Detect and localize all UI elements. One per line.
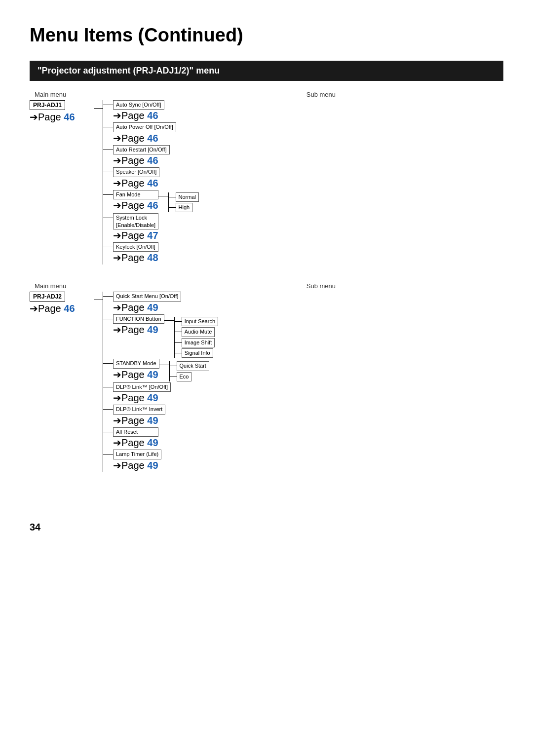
function-subsub-wrapper: Input Search Audio Mute: [174, 317, 218, 358]
subsub-hconn-4: [158, 196, 168, 196]
prj-adj2-row-1: FUNCTION Button ➔Page 49: [103, 314, 218, 358]
prj-adj2-diagram: PRJ-ADJ2 ➔Page 46 Quick Start Menu [On: [30, 292, 503, 472]
sub-content-2: Auto Restart [On/Off] ➔Page 46: [113, 145, 170, 166]
ref2-line-3: ➔Page 49: [113, 392, 171, 404]
prj-adj1-row-1: Auto Power Off [On/Off] ➔Page 46: [103, 122, 199, 144]
prj-adj1-labels: Main menu Sub menu: [30, 91, 503, 98]
sub-menu-label-2: Sub menu: [306, 282, 336, 290]
sub2-content-1: FUNCTION Button ➔Page 49: [113, 314, 218, 358]
item2-label-1: FUNCTION Button: [113, 314, 164, 324]
sub-content-6: Keylock [On/Off] ➔Page 48: [113, 242, 158, 264]
prj-adj2-main-page-ref: ➔Page 46: [30, 302, 75, 314]
hconn-1: [103, 127, 113, 127]
standby-subsub-wrapper: Quick Start Eco: [169, 361, 209, 381]
prj-adj2-rows: Quick Start Menu [On/Off] ➔Page 49 FUNCT…: [103, 292, 218, 472]
item2-label-3: DLP® Link™ [On/Off]: [113, 382, 171, 392]
hconn-6: [103, 247, 113, 247]
hconn-0: [103, 105, 113, 105]
ref-line-0: ➔Page 46: [113, 110, 164, 121]
arrow-icon-1: ➔: [30, 112, 38, 122]
prj-adj1-page-num: 46: [64, 112, 75, 122]
prj-adj2-row-4: DLP® Link™ Invert ➔Page 49: [103, 405, 218, 426]
hconn2-1: [103, 319, 113, 319]
prj-adj1-row-6: Keylock [On/Off] ➔Page 48: [103, 242, 199, 264]
page-footer: 34: [30, 492, 503, 533]
prj-adj1-main-page-ref: ➔Page 46: [30, 111, 75, 123]
sub2-content-0: Quick Start Menu [On/Off] ➔Page 49: [113, 292, 181, 313]
footer-page-number: 34: [30, 522, 40, 532]
item2-label-2: STANDBY Mode: [113, 359, 159, 368]
subsub-row-audio-mute: Audio Mute: [175, 327, 218, 337]
prj-adj2-row-6: Lamp Timer (Life) ➔Page 49: [103, 450, 218, 471]
item-label-3: Speaker [On/Off]: [113, 167, 159, 177]
sub2-content-3: DLP® Link™ [On/Off] ➔Page 49: [113, 382, 171, 404]
function-btn-left: FUNCTION Button ➔Page 49: [113, 314, 164, 336]
subsub-row-quick-start: Quick Start: [170, 361, 209, 371]
section-header: "Projector adjustment (PRJ-ADJ1/2)" menu: [30, 61, 503, 81]
item2-label-6: Lamp Timer (Life): [113, 450, 161, 459]
prj-adj1-row-0: Auto Sync [On/Off] ➔Page 46: [103, 100, 199, 121]
main-menu-label-1: Main menu: [35, 91, 66, 98]
prj-adj1-block: Main menu Sub menu PRJ-ADJ1 ➔Page 46: [30, 91, 503, 265]
subsub-row-input-search: Input Search: [175, 317, 218, 326]
hconn2-2: [103, 363, 113, 364]
hconn-5: [103, 218, 113, 218]
subsub-row-signal-info: Signal Info: [175, 348, 218, 358]
item-label-4: Fan Mode: [113, 190, 158, 199]
subsub-label-input-search: Input Search: [182, 317, 218, 326]
item-label-0: Auto Sync [On/Off]: [113, 100, 164, 110]
prj-adj1-diagram: PRJ-ADJ1 ➔Page 46 Auto Sync [On/Off]: [30, 100, 503, 265]
prj-adj2-connector: [94, 296, 103, 300]
prj-adj2-main-col: PRJ-ADJ2 ➔Page 46: [30, 292, 94, 314]
hconn-4: [103, 194, 113, 195]
subsub-row-eco: Eco: [170, 372, 209, 381]
prj-adj1-rows-wrapper: Auto Sync [On/Off] ➔Page 46 Auto Power O…: [103, 100, 199, 265]
sub-content-0: Auto Sync [On/Off] ➔Page 46: [113, 100, 164, 121]
ref2-line-5: ➔Page 49: [113, 437, 158, 449]
prj-adj2-block: Main menu Sub menu PRJ-ADJ2 ➔Page 46: [30, 282, 503, 472]
hconn2-4: [103, 409, 113, 410]
subsub-row-image-shift: Image Shift: [175, 338, 218, 347]
item-label-2: Auto Restart [On/Off]: [113, 145, 170, 154]
ref-line-6: ➔Page 48: [113, 252, 158, 264]
item-label-1: Auto Power Off [On/Off]: [113, 122, 176, 132]
ref2-line-4: ➔Page 49: [113, 415, 165, 426]
standby-mode-row: STANDBY Mode ➔Page 49: [113, 359, 209, 381]
prj-adj1-row-2: Auto Restart [On/Off] ➔Page 46: [103, 145, 199, 166]
subsub-hconn2-1: [164, 320, 174, 321]
hconn2-0: [103, 296, 113, 297]
subsub-row-normal: Normal: [169, 192, 199, 202]
function-btn-row: FUNCTION Button ➔Page 49: [113, 314, 218, 358]
h-conn-main-1: [94, 108, 103, 109]
prj-adj1-connector: [94, 104, 103, 109]
projector-adj-section: "Projector adjustment (PRJ-ADJ1/2)" menu…: [30, 61, 503, 472]
ref-line-5: ➔Page 47: [113, 229, 158, 241]
prj-adj2-row-5: All Reset ➔Page 49: [103, 427, 218, 449]
prj-adj2-rows-wrapper: Quick Start Menu [On/Off] ➔Page 49 FUNCT…: [103, 292, 218, 472]
subsub-label-image-shift: Image Shift: [182, 338, 215, 347]
ref-line-2: ➔Page 46: [113, 154, 170, 166]
main-menu-label-2: Main menu: [35, 282, 66, 290]
ref2-line-2: ➔Page 49: [113, 369, 159, 380]
sub-content-1: Auto Power Off [On/Off] ➔Page 46: [113, 122, 176, 144]
prj-adj1-rows: Auto Sync [On/Off] ➔Page 46 Auto Power O…: [103, 100, 199, 265]
subsub-row-high: High: [169, 203, 199, 212]
subsub-label-audio-mute: Audio Mute: [182, 327, 215, 337]
standby-subsub-items: Quick Start Eco: [170, 361, 209, 381]
subsub-label-normal: Normal: [176, 192, 199, 202]
sub-content-3: Speaker [On/Off] ➔Page 46: [113, 167, 159, 189]
ref-line-4: ➔Page 46: [113, 199, 158, 211]
ref-line-3: ➔Page 46: [113, 177, 159, 189]
ref2-line-1: ➔Page 49: [113, 324, 164, 336]
function-subsub-connector: Input Search Audio Mute: [164, 317, 218, 358]
page-title: Menu Items (Continued): [30, 25, 503, 46]
sub2-content-2: STANDBY Mode ➔Page 49: [113, 359, 209, 381]
sub-content-4: Fan Mode ➔Page 46: [113, 190, 199, 213]
subsub-label-quick-start: Quick Start: [177, 361, 209, 371]
prj-adj2-row-2: STANDBY Mode ➔Page 49: [103, 359, 218, 381]
subsub-label-eco: Eco: [177, 372, 192, 381]
prj-adj2-row-3: DLP® Link™ [On/Off] ➔Page 49: [103, 382, 218, 404]
sub2-content-5: All Reset ➔Page 49: [113, 427, 158, 449]
item-label-5: System Lock[Enable/Disable]: [113, 213, 158, 229]
prj-adj1-row-4: Fan Mode ➔Page 46: [103, 190, 199, 213]
